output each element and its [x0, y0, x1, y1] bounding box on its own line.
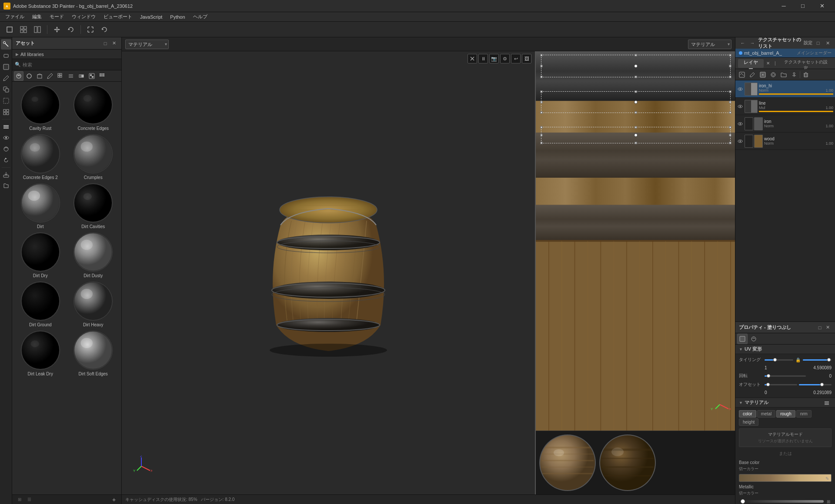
layers-tool-button[interactable] — [1, 121, 11, 132]
vp-pause-button[interactable]: ⏸ — [478, 54, 488, 63]
props-tab-texture-button[interactable] — [748, 334, 759, 344]
offset-slider-1[interactable] — [765, 381, 797, 388]
tiling-lock-button[interactable]: 🔒 — [795, 357, 801, 363]
import-tool-button[interactable] — [1, 181, 11, 191]
asset-item-concrete-edges2[interactable]: Concrete Edges 2 — [16, 134, 65, 180]
textureset-close-button[interactable]: ✕ — [824, 39, 832, 47]
eye-tool-button[interactable] — [1, 133, 11, 143]
asset-item-dirt[interactable]: Dirt — [16, 183, 65, 229]
filter-sphere-button[interactable] — [24, 71, 34, 81]
viewport-mode-select-wrapper-left[interactable]: マテリアル — [125, 40, 169, 49]
menu-edit[interactable]: 編集 — [29, 13, 45, 21]
menu-python[interactable]: Python — [167, 13, 188, 20]
grid-tool-button[interactable] — [1, 107, 11, 117]
offset-slider-2[interactable] — [799, 381, 832, 388]
asset-panel-expand-button[interactable]: □ — [101, 40, 109, 47]
asset-item-dirt-ground[interactable]: Dirt Ground — [16, 282, 65, 327]
base-color-picker[interactable]: ✎ — [739, 474, 832, 482]
vp-screenshot-button[interactable]: 🖼 — [522, 54, 531, 63]
maximize-button[interactable]: □ — [793, 0, 812, 12]
asset-list-view-button[interactable]: ☰ — [25, 496, 33, 504]
view-split-button[interactable] — [31, 23, 43, 36]
tab-layers-button[interactable]: レイヤー — [738, 59, 764, 68]
uv-texture-content[interactable] — [536, 51, 735, 431]
layer-eye-iron[interactable] — [737, 121, 743, 127]
menu-file[interactable]: ファイル — [2, 13, 28, 21]
mat-tab-height[interactable]: height — [739, 418, 758, 426]
brush-tool-button[interactable] — [1, 73, 11, 83]
mat-tab-metal[interactable]: metal — [757, 410, 775, 418]
base-color-picker-button[interactable]: ✎ — [824, 475, 830, 481]
view-quad-button[interactable] — [17, 23, 30, 36]
close-button[interactable]: ✕ — [812, 0, 832, 12]
material-settings-button[interactable] — [822, 398, 832, 408]
textureset-forward-button[interactable]: → — [748, 39, 756, 47]
vp-camera-button[interactable]: 📷 — [489, 54, 499, 63]
filter-all-button[interactable] — [14, 71, 23, 81]
tiling-thumb-2[interactable] — [827, 358, 831, 361]
mat-tab-nrm[interactable]: nrm — [796, 410, 812, 418]
asset-add-button[interactable]: + — [110, 496, 118, 504]
history-tool-button[interactable] — [1, 155, 11, 166]
tab-layers-close[interactable]: ✕ — [765, 60, 772, 66]
layer-eye-wood[interactable] — [737, 138, 743, 144]
rotate-button[interactable] — [65, 23, 77, 36]
props-expand-button[interactable]: □ — [816, 324, 824, 332]
mat-tab-color[interactable]: color — [739, 410, 756, 418]
layer-add-fill-button[interactable] — [758, 70, 768, 80]
props-tab-fill-button[interactable] — [737, 334, 748, 344]
asset-item-dirt-heavy[interactable]: Dirt Heavy — [69, 282, 118, 327]
vp-history-button[interactable]: ↩ — [511, 54, 521, 63]
metallic-thumb[interactable] — [741, 499, 745, 504]
textureset-item-barrel[interactable]: mt_obj_barrel_A_ メインシェーダー — [735, 49, 835, 57]
tiling-slider-1[interactable] — [765, 357, 793, 363]
layer-add-paint-button[interactable] — [737, 70, 747, 80]
asset-item-dirt-dusty[interactable]: Dirt Dusty — [69, 232, 118, 278]
vp-settings-button[interactable]: ⚙ — [500, 54, 510, 63]
filter-grid-view-button[interactable] — [97, 71, 107, 81]
viewport-mode-select-left[interactable]: マテリアル — [125, 40, 169, 49]
menu-javascript[interactable]: JavaScript — [137, 13, 166, 20]
offset-thumb-1[interactable] — [766, 383, 770, 386]
asset-item-dirt-cavities[interactable]: Dirt Cavities — [69, 183, 118, 229]
material-tool-button[interactable] — [1, 144, 11, 154]
rotation-thumb[interactable] — [767, 374, 770, 378]
filter-gradient-button[interactable] — [77, 71, 86, 81]
filter-lines-button[interactable] — [66, 71, 76, 81]
material-section-header[interactable]: ▼ マテリアル — [735, 398, 835, 408]
asset-panel-close-button[interactable]: ✕ — [110, 40, 118, 47]
filter-brush-button[interactable] — [45, 71, 55, 81]
minimize-button[interactable]: ─ — [774, 0, 793, 12]
layer-item-iron[interactable]: iron Norm 1.00 — [735, 115, 835, 133]
asset-item-cavity-rust[interactable]: Cavity Rust — [16, 85, 65, 131]
menu-mode[interactable]: モード — [46, 13, 67, 21]
layer-item-line[interactable]: line Mul 1.00 — [735, 98, 835, 115]
main-3d-viewport[interactable]: ⏸ 📷 ⚙ ↩ 🖼 — [122, 51, 535, 494]
filter-box-button[interactable] — [35, 71, 44, 81]
offset-thumb-2[interactable] — [820, 383, 824, 386]
erase-tool-button[interactable] — [1, 50, 11, 61]
layer-eye-line[interactable] — [737, 103, 743, 109]
viewport-mode-select-right[interactable]: マテリアル — [688, 40, 731, 49]
asset-item-dirt-soft-edges[interactable]: Dirt Soft Edges — [69, 331, 118, 376]
rotation-slider[interactable] — [765, 373, 806, 379]
asset-item-crumples[interactable]: Crumples — [69, 134, 118, 180]
layer-add-anchor-button[interactable] — [789, 70, 799, 80]
filter-texture-button[interactable] — [87, 71, 97, 81]
view-single-button[interactable] — [3, 23, 16, 36]
filter-pattern-button[interactable] — [56, 71, 65, 81]
refresh-button[interactable] — [98, 23, 110, 36]
asset-item-concrete-edges[interactable]: Concrete Edges — [69, 85, 118, 131]
menu-viewport[interactable]: ビューポート — [100, 13, 136, 21]
uv-section-header[interactable]: ▼ UV 変形 — [735, 345, 835, 354]
clone-tool-button[interactable] — [1, 84, 11, 95]
textureset-expand-button[interactable]: □ — [814, 39, 822, 47]
paint-tool-button[interactable] — [1, 39, 11, 50]
layer-add-effect-button[interactable] — [768, 70, 778, 80]
layer-add-folder-button[interactable] — [779, 70, 788, 80]
search-input[interactable] — [23, 62, 119, 67]
metallic-slider[interactable] — [739, 498, 824, 504]
all-libraries-item[interactable]: ▶ All libraries — [12, 50, 121, 59]
layer-item-wood[interactable]: wood Norm 1.00 — [735, 133, 835, 150]
menu-window[interactable]: ウィンドウ — [68, 13, 99, 21]
